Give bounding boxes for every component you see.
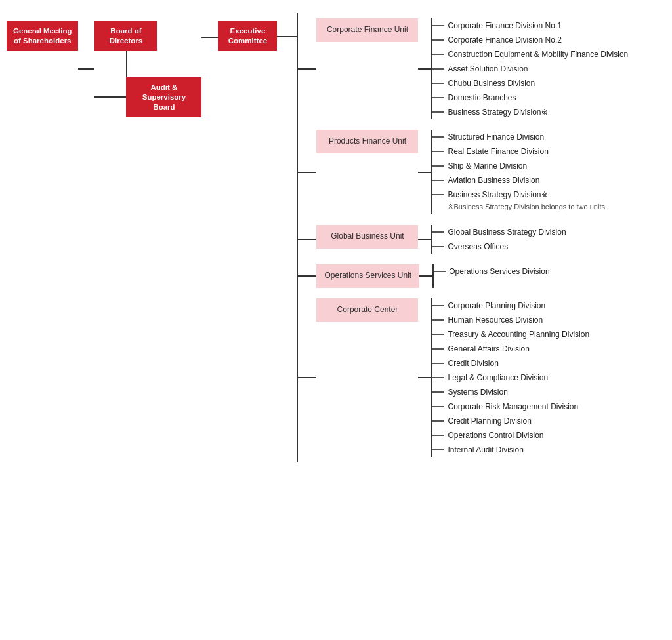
- division-dash: [432, 319, 444, 321]
- board-row: Board of Directors: [94, 21, 157, 51]
- division-label: Corporate Finance Division No.1: [448, 20, 561, 31]
- division-dash: [432, 348, 444, 350]
- division-dash: [432, 435, 444, 436]
- unit-h-connector: [298, 172, 316, 173]
- division-label: Corporate Risk Management Division: [448, 401, 578, 412]
- exec-to-units-connector: [277, 13, 297, 37]
- exec-section: Executive Committee: [218, 21, 277, 51]
- unit-box-2: Global Business Unit: [316, 225, 418, 249]
- division-row: Credit Planning Division: [432, 414, 589, 428]
- unit-padded: Products Finance UnitStructured Finance …: [298, 125, 607, 220]
- unit-h-connector: [298, 275, 316, 277]
- division-note: ※Business Strategy Division belongs to t…: [432, 202, 607, 214]
- board-audit-vline: [126, 51, 127, 77]
- division-label: Corporate Planning Division: [448, 300, 545, 311]
- division-label: Human Resources Division: [448, 315, 543, 326]
- unit-right: Global Business UnitGlobal Business Stra…: [316, 225, 566, 254]
- division-row: Operations Services Division: [434, 264, 549, 279]
- division-row: Domestic Branches: [432, 90, 628, 105]
- unit-box-3: Operations Services Unit: [316, 264, 419, 288]
- division-dash: [432, 406, 444, 407]
- exec-box: Executive Committee: [218, 21, 277, 51]
- division-dash: [432, 334, 444, 335]
- division-label: Aviation Business Division: [448, 175, 539, 186]
- audit-row: Audit & Supervisory Board: [94, 77, 201, 117]
- division-row: Internal Audit Division: [432, 443, 589, 457]
- division-row: Operations Control Division: [432, 428, 589, 443]
- units-list: Corporate Finance UnitCorporate Finance …: [298, 13, 628, 462]
- division-dash: [432, 420, 444, 422]
- unit-padded: Corporate CenterCorporate Planning Divis…: [298, 293, 589, 462]
- division-dash: [432, 246, 444, 247]
- divisions-list: Structured Finance DivisionReal Estate F…: [432, 130, 607, 214]
- board-to-exec-line: [201, 37, 218, 38]
- division-dash: [432, 111, 444, 113]
- division-row: Aviation Business Division: [432, 173, 607, 188]
- division-row: Business Strategy Division※: [432, 188, 607, 202]
- division-label: Legal & Compliance Division: [448, 372, 548, 384]
- org-chart: General Meeting of Shareholders Board of…: [7, 13, 665, 462]
- unit-right: Products Finance UnitStructured Finance …: [316, 130, 607, 214]
- division-label: Asset Solution Division: [448, 64, 528, 75]
- division-label: Systems Division: [448, 387, 507, 398]
- unit-to-divs-connector: [418, 377, 431, 378]
- unit-box-4: Corporate Center: [316, 298, 418, 322]
- unit-entry: Global Business UnitGlobal Business Stra…: [298, 220, 628, 259]
- division-row: Corporate Finance Division No.1: [432, 18, 628, 33]
- division-dash: [432, 97, 444, 98]
- division-dash: [432, 231, 444, 233]
- division-dash: [432, 363, 444, 364]
- division-row: Structured Finance Division: [432, 130, 607, 144]
- division-dash: [432, 25, 444, 26]
- unit-padded: Operations Services UnitOperations Servi…: [298, 259, 549, 293]
- division-dash: [432, 68, 444, 70]
- division-row: Corporate Risk Management Division: [432, 399, 589, 414]
- unit-right: Operations Services UnitOperations Servi…: [316, 264, 549, 288]
- unit-padded: Corporate Finance UnitCorporate Finance …: [298, 13, 628, 125]
- unit-box-0: Corporate Finance Unit: [316, 18, 418, 42]
- division-label: Overseas Offices: [448, 241, 508, 252]
- division-row: Ship & Marine Division: [432, 159, 607, 173]
- audit-hline: [94, 96, 126, 98]
- division-row: Corporate Planning Division: [432, 298, 589, 313]
- division-row: Credit Division: [432, 356, 589, 370]
- shareholders-section: General Meeting of Shareholders: [7, 21, 78, 51]
- divisions-list: Operations Services Division: [434, 264, 549, 279]
- division-row: Legal & Compliance Division: [432, 370, 589, 385]
- division-row: Global Business Strategy Division: [432, 225, 566, 239]
- division-label: Credit Division: [448, 358, 498, 369]
- unit-to-divs-connector: [418, 172, 431, 173]
- division-row: Chubu Business Division: [432, 76, 628, 90]
- units-outer: Corporate Finance UnitCorporate Finance …: [297, 13, 628, 462]
- division-row: Systems Division: [432, 385, 589, 399]
- board-section: Board of Directors Audit & Supervisory B…: [94, 21, 201, 117]
- board-box: Board of Directors: [94, 21, 157, 51]
- division-dash: [432, 377, 444, 378]
- unit-right: Corporate Finance UnitCorporate Finance …: [316, 18, 628, 119]
- audit-box: Audit & Supervisory Board: [126, 77, 201, 117]
- division-label: Treasury & Accounting Planning Division: [448, 329, 589, 340]
- division-dash: [432, 83, 444, 84]
- division-label: Construction Equipment & Mobility Financ…: [448, 49, 628, 60]
- division-label: Internal Audit Division: [448, 445, 523, 456]
- division-dash: [432, 305, 444, 306]
- division-dash: [432, 194, 444, 195]
- unit-h-connector: [298, 377, 316, 378]
- division-label: Structured Finance Division: [448, 132, 544, 143]
- unit-entry: Corporate Finance UnitCorporate Finance …: [298, 13, 628, 125]
- division-dash: [434, 271, 446, 272]
- division-row: Business Strategy Division※: [432, 105, 628, 119]
- division-label: Domestic Branches: [448, 92, 516, 104]
- division-label: Operations Control Division: [448, 430, 543, 441]
- unit-entry: Products Finance UnitStructured Finance …: [298, 125, 628, 220]
- board-audit-connector: [94, 51, 127, 77]
- division-label: Chubu Business Division: [448, 78, 535, 89]
- unit-h-connector: [298, 68, 316, 70]
- division-row: Overseas Offices: [432, 239, 566, 254]
- division-row: General Affairs Division: [432, 342, 589, 356]
- unit-box-1: Products Finance Unit: [316, 130, 418, 153]
- division-dash: [432, 151, 444, 152]
- unit-padded: Global Business UnitGlobal Business Stra…: [298, 220, 566, 259]
- division-label: General Affairs Division: [448, 344, 530, 355]
- division-dash: [432, 54, 444, 55]
